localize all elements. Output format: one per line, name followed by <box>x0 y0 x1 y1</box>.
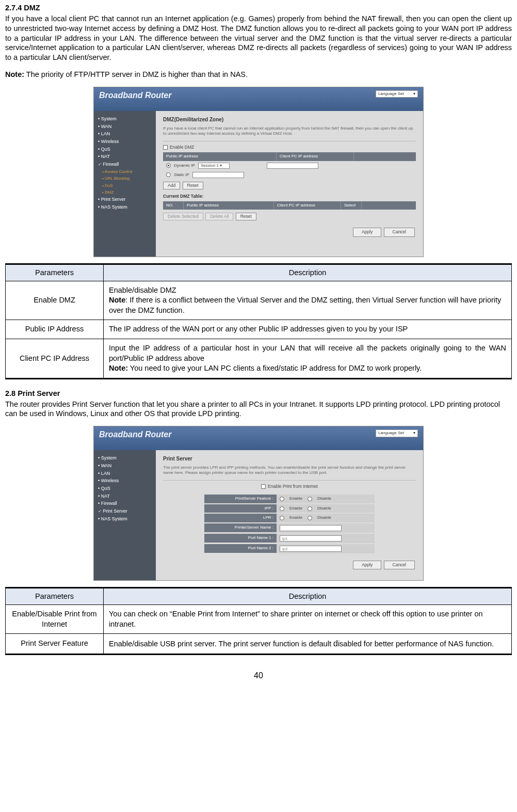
side-nat[interactable]: • NAT <box>98 154 152 160</box>
side2-wireless[interactable]: • Wireless <box>98 478 152 484</box>
input-static-ip[interactable] <box>192 172 244 178</box>
chevron-down-icon: ▾ <box>413 431 415 436</box>
t1-h-param: Parameters <box>6 264 104 281</box>
input-client-ip[interactable] <box>267 163 318 169</box>
side2-wan[interactable]: • WAN <box>98 463 152 469</box>
row-static: Static IP <box>163 170 416 180</box>
side-dmz[interactable]: • DMZ <box>98 190 152 195</box>
ss1-thead: Public IP address Client PC IP address <box>163 152 416 161</box>
enable-dmz-check[interactable]: Enable DMZ <box>163 145 194 150</box>
val-feature: EnableDisable <box>277 495 375 503</box>
side2-nat[interactable]: • NAT <box>98 493 152 500</box>
btn-cancel2[interactable]: Cancel <box>384 561 415 569</box>
heading-274: 2.7.4 DMZ <box>5 3 512 13</box>
side-lan[interactable]: • LAN <box>98 131 152 137</box>
input-port2[interactable]: lp2 <box>280 546 342 552</box>
lpr-disable-radio[interactable] <box>308 516 312 520</box>
ss2-body: • System • WAN • LAN • Wireless • QoS • … <box>94 450 423 580</box>
ss1-logo: Broadband Router <box>99 90 171 101</box>
screenshot-dmz: Broadband Router Language Set ▾ • System… <box>93 87 424 257</box>
side2-firewall[interactable]: • Firewall <box>98 501 152 507</box>
ss1-thead2: NO. Public IP address Client PC IP addre… <box>163 201 416 210</box>
input-psname[interactable] <box>280 525 342 531</box>
side-print-server[interactable]: • Print Server <box>98 197 152 203</box>
select-session[interactable]: Session 1 ▾ <box>198 163 230 169</box>
ss1-header: Broadband Router Language Set ▾ <box>94 87 423 111</box>
t2-h-desc: Description <box>104 588 512 605</box>
side-access-control[interactable]: • Access Control <box>98 169 152 174</box>
ss2-sidebar: • System • WAN • LAN • Wireless • QoS • … <box>94 450 156 580</box>
side-firewall[interactable]: Firewall <box>98 162 152 168</box>
t2-r1-a: Enable/disable USB print server. The pri… <box>109 640 333 648</box>
val-port1: lp1 <box>277 534 375 543</box>
btn-delete-all[interactable]: Delete All <box>205 213 233 220</box>
ss1-lang-label: Language Set <box>378 91 404 97</box>
label-dynamic: Dynamic IP <box>174 163 195 168</box>
t1-r2-desc: Input the IP address of a particular hos… <box>104 339 512 379</box>
btn-delete-selected[interactable]: Delete Selected <box>163 213 203 220</box>
side-wan[interactable]: • WAN <box>98 124 152 130</box>
lab-feature: PrintServer Feature : <box>204 495 277 503</box>
side-nas[interactable]: • NAS System <box>98 204 152 211</box>
radio-dynamic[interactable] <box>166 163 171 168</box>
feat-enable-label: Enable <box>289 496 302 501</box>
side2-system[interactable]: • System <box>98 455 152 461</box>
ipp-enable-radio[interactable] <box>280 506 284 511</box>
feat-enable-radio[interactable] <box>280 497 284 501</box>
val-ipp: EnableDisable <box>277 504 375 513</box>
ss2-lang-select[interactable]: Language Set ▾ <box>376 429 418 437</box>
btn-cancel[interactable]: Cancel <box>384 228 415 236</box>
screenshot-print-wrap: Broadband Router Language Set ▾ • System… <box>5 426 512 581</box>
ss1-btnrow1: Add Reset <box>163 182 416 189</box>
btn-reset2[interactable]: Reset <box>236 213 256 220</box>
ss2-logo: Broadband Router <box>99 429 171 440</box>
lpr-enable-radio[interactable] <box>280 516 284 520</box>
lpr-disable-label: Disable <box>317 515 331 520</box>
ss1-current-table: Current DMZ Table: <box>163 194 416 199</box>
side-wireless[interactable]: • Wireless <box>98 139 152 145</box>
side-qos[interactable]: • QoS <box>98 147 152 153</box>
feat-disable-radio[interactable] <box>308 497 312 501</box>
side2-lan[interactable]: • LAN <box>98 471 152 477</box>
ss1-lang-select[interactable]: Language Set ▾ <box>376 90 418 98</box>
th-public-ip: Public IP address <box>163 152 277 161</box>
page-number: 40 <box>5 671 512 681</box>
select-session-value: Session 1 <box>201 163 219 168</box>
ss1-footer: Apply Cancel <box>163 228 416 236</box>
side2-nas[interactable]: • NAS System <box>98 516 152 522</box>
t1-r1-param: Public IP Address <box>6 320 104 339</box>
th2-client: Client PC IP address <box>274 201 341 210</box>
ipp-disable-radio[interactable] <box>308 506 312 511</box>
ipp-disable-label: Disable <box>317 506 331 511</box>
table-dmz-params: Parameters Description Enable DMZ Enable… <box>5 263 512 379</box>
side2-print-server[interactable]: Print Server <box>98 508 152 515</box>
side-dos[interactable]: • DoS <box>98 183 152 188</box>
btn-add[interactable]: Add <box>163 182 180 189</box>
t1-r2-l1: Input the IP address of a particular hos… <box>109 343 506 363</box>
t2-h-param: Parameters <box>6 588 104 605</box>
ss1-desc: If you have a local client PC that canno… <box>163 126 416 136</box>
btn-reset[interactable]: Reset <box>183 182 203 189</box>
val-lpr: EnableDisable <box>277 514 375 522</box>
side-url-blocking[interactable]: • URL Blocking <box>98 176 152 181</box>
btn-apply2[interactable]: Apply <box>353 561 381 569</box>
th2-select: Select <box>341 201 362 210</box>
btn-apply[interactable]: Apply <box>353 228 381 236</box>
heading-28: 2.8 Print Server <box>5 389 512 399</box>
lpr-enable-label: Enable <box>289 515 302 520</box>
t1-r0-param: Enable DMZ <box>6 281 104 320</box>
ss1-body: • System • WAN • LAN • Wireless • QoS • … <box>94 111 423 257</box>
enable-internet-row: Enable Print from Internet <box>163 484 416 491</box>
lab-ipp: IPP : <box>204 504 277 513</box>
ss2-footer: Apply Cancel <box>163 561 416 569</box>
feat-disable-label: Disable <box>317 496 331 501</box>
enable-internet-check[interactable]: Enable Print from Internet <box>261 484 318 489</box>
input-port1[interactable]: lp1 <box>280 535 342 542</box>
divider <box>163 141 416 141</box>
side-system[interactable]: • System <box>98 116 152 122</box>
radio-static[interactable] <box>166 172 171 177</box>
t2-r1-b: isabled for better performance of NAS fu… <box>338 640 494 648</box>
t1-r0-desc: Enable/disable DMZ Note: If there is a c… <box>104 281 512 320</box>
ipp-enable-label: Enable <box>289 506 302 511</box>
side2-qos[interactable]: • QoS <box>98 486 152 492</box>
